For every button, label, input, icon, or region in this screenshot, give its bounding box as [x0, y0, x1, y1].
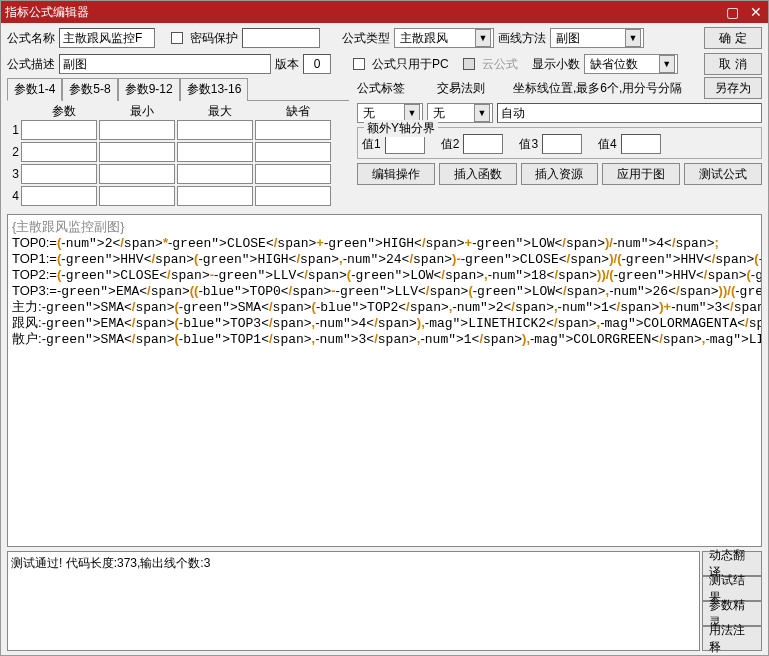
pwd-protect-checkbox[interactable]: [171, 32, 183, 44]
v1-label: 值1: [362, 136, 381, 153]
usage-button[interactable]: 用法注释: [702, 626, 762, 651]
formula-tag-label: 公式标签: [357, 80, 405, 97]
param-name-1[interactable]: [21, 120, 97, 140]
ins-func-button[interactable]: 插入函数: [439, 163, 517, 185]
param-name-2[interactable]: [21, 142, 97, 162]
tab-params-5-8[interactable]: 参数5-8: [62, 78, 117, 101]
pc-only-checkbox[interactable]: [353, 58, 365, 70]
chevron-down-icon[interactable]: ▼: [659, 55, 675, 73]
apply-button[interactable]: 应用于图: [602, 163, 680, 185]
chevron-down-icon[interactable]: ▼: [474, 104, 490, 122]
v3-label: 值3: [519, 136, 538, 153]
line-method-select[interactable]: 副图 ▼: [550, 28, 644, 48]
trade-rule-label: 交易法则: [437, 80, 485, 97]
param-row-num: 3: [7, 167, 21, 181]
show-dec-select[interactable]: 缺省位数 ▼: [584, 54, 678, 74]
pwd-protect-label: 密码保护: [190, 30, 238, 47]
formula-type-label: 公式类型: [342, 30, 390, 47]
show-dec-label: 显示小数: [532, 56, 580, 73]
tab-params-13-16[interactable]: 参数13-16: [180, 78, 249, 101]
cloud-checkbox: [463, 58, 475, 70]
param-tabs: 参数1-4 参数5-8 参数9-12 参数13-16: [7, 77, 349, 101]
extra-y-legend: 额外Y轴分界: [364, 120, 438, 137]
cloud-label: 云公式: [482, 56, 518, 73]
code-editor[interactable]: {主散跟风监控副图} TOP0:=(-num">2</span>*-green"…: [7, 214, 762, 547]
param-min-3[interactable]: [99, 164, 175, 184]
coord-line-label: 坐标线位置,最多6个,用分号分隔: [513, 80, 682, 97]
col-def: 缺省: [259, 103, 337, 120]
param-def-1[interactable]: [255, 120, 331, 140]
ok-button[interactable]: 确 定: [704, 27, 762, 49]
pc-only-label: 公式只用于PC: [372, 56, 449, 73]
v2-input[interactable]: [463, 134, 503, 154]
edit-op-button[interactable]: 编辑操作: [357, 163, 435, 185]
formula-name-label: 公式名称: [7, 30, 55, 47]
param-row-num: 4: [7, 189, 21, 203]
test-button[interactable]: 测试公式: [684, 163, 762, 185]
ins-res-button[interactable]: 插入资源: [521, 163, 599, 185]
titlebar: 指标公式编辑器 ▢ ✕: [1, 1, 768, 23]
coord-line-input[interactable]: [497, 103, 762, 123]
window-title: 指标公式编辑器: [5, 4, 724, 21]
tab-params-9-12[interactable]: 参数9-12: [118, 78, 180, 101]
chevron-down-icon[interactable]: ▼: [625, 29, 641, 47]
close-icon[interactable]: ✕: [748, 4, 764, 20]
chevron-down-icon[interactable]: ▼: [475, 29, 491, 47]
param-def-2[interactable]: [255, 142, 331, 162]
param-max-1[interactable]: [177, 120, 253, 140]
formula-desc-input[interactable]: [59, 54, 271, 74]
status-output: 测试通过! 代码长度:373,输出线个数:3: [7, 551, 700, 651]
param-min-2[interactable]: [99, 142, 175, 162]
col-max: 最大: [181, 103, 259, 120]
extra-y-fieldset: 额外Y轴分界 值1 值2 值3 值4: [357, 127, 762, 159]
saveas-button[interactable]: 另存为: [704, 77, 762, 99]
param-name-4[interactable]: [21, 186, 97, 206]
param-def-4[interactable]: [255, 186, 331, 206]
param-min-1[interactable]: [99, 120, 175, 140]
param-max-2[interactable]: [177, 142, 253, 162]
version-label: 版本: [275, 56, 299, 73]
version-input[interactable]: [303, 54, 331, 74]
v4-input[interactable]: [621, 134, 661, 154]
v4-label: 值4: [598, 136, 617, 153]
v1-input[interactable]: [385, 134, 425, 154]
param-min-4[interactable]: [99, 186, 175, 206]
col-param: 参数: [25, 103, 103, 120]
v2-label: 值2: [441, 136, 460, 153]
v3-input[interactable]: [542, 134, 582, 154]
param-name-3[interactable]: [21, 164, 97, 184]
tab-params-1-4[interactable]: 参数1-4: [7, 78, 62, 101]
formula-desc-label: 公式描述: [7, 56, 55, 73]
col-min: 最小: [103, 103, 181, 120]
cancel-button[interactable]: 取 消: [704, 53, 762, 75]
line-method-label: 画线方法: [498, 30, 546, 47]
minimize-icon[interactable]: ▢: [724, 4, 740, 20]
param-def-3[interactable]: [255, 164, 331, 184]
pwd-input[interactable]: [242, 28, 320, 48]
param-max-4[interactable]: [177, 186, 253, 206]
param-row-num: 1: [7, 123, 21, 137]
param-max-3[interactable]: [177, 164, 253, 184]
formula-name-input[interactable]: [59, 28, 155, 48]
formula-type-select[interactable]: 主散跟风 ▼: [394, 28, 494, 48]
param-row-num: 2: [7, 145, 21, 159]
param-block: 参数1-4 参数5-8 参数9-12 参数13-16 参数 最小 最大 缺省 1…: [7, 77, 349, 208]
